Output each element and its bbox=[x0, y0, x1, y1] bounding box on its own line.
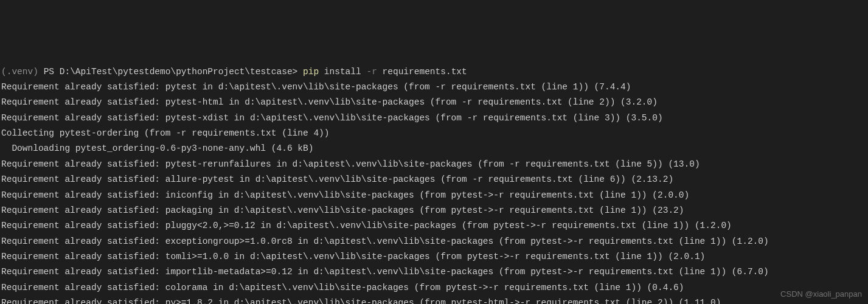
watermark: CSDN @xiaoli_panpan bbox=[780, 288, 862, 302]
output-line: Requirement already satisfied: pytest in… bbox=[1, 80, 867, 95]
output-line: Requirement already satisfied: allure-py… bbox=[1, 172, 867, 187]
output-line: Requirement already satisfied: pytest-xd… bbox=[1, 111, 867, 126]
output-line: Requirement already satisfied: packaging… bbox=[1, 203, 867, 218]
output-line: Requirement already satisfied: tomli>=1.… bbox=[1, 249, 867, 264]
command-install: install bbox=[319, 67, 366, 77]
command-pip: pip bbox=[303, 67, 319, 77]
output-line: Requirement already satisfied: exception… bbox=[1, 234, 867, 249]
output-line: Requirement already satisfied: colorama … bbox=[1, 280, 867, 295]
command-arg: requirements.txt bbox=[377, 67, 467, 77]
output-line: Requirement already satisfied: py>=1.8.2… bbox=[1, 295, 867, 304]
output-line: Requirement already satisfied: pytest-re… bbox=[1, 157, 867, 172]
output-line: Requirement already satisfied: pluggy<2.… bbox=[1, 218, 867, 233]
terminal-output[interactable]: (.venv) PS D:\ApiTest\pytestdemo\pythonP… bbox=[1, 64, 867, 305]
output-line: Downloading pytest_ordering-0.6-py3-none… bbox=[1, 141, 867, 156]
output-line: Requirement already satisfied: iniconfig… bbox=[1, 188, 867, 203]
prompt-line: (.venv) PS D:\ApiTest\pytestdemo\pythonP… bbox=[1, 64, 867, 80]
command-flag: -r bbox=[366, 67, 377, 77]
output-line: Collecting pytest-ordering (from -r requ… bbox=[1, 126, 867, 141]
working-directory: D:\ApiTest\pytestdemo\pythonProject\test… bbox=[60, 67, 303, 77]
shell-indicator: PS bbox=[44, 67, 60, 77]
output-line: Requirement already satisfied: importlib… bbox=[1, 264, 867, 280]
output-line: Requirement already satisfied: pytest-ht… bbox=[1, 95, 867, 110]
venv-indicator: (.venv) bbox=[1, 67, 44, 77]
